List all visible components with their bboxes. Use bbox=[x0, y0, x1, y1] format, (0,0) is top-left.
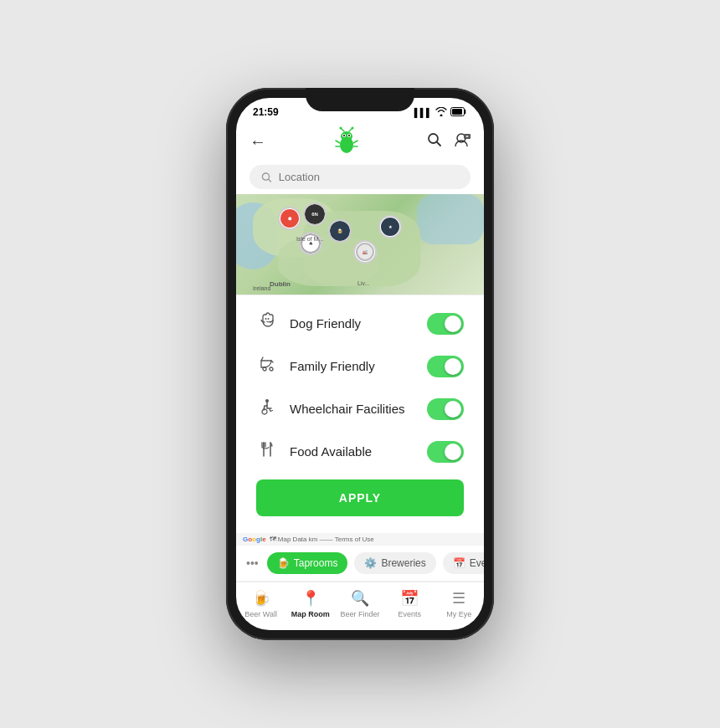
svg-point-3 bbox=[341, 131, 352, 141]
svg-point-11 bbox=[352, 127, 354, 130]
taprooms-label: Taprooms bbox=[294, 557, 338, 569]
svg-point-7 bbox=[348, 135, 350, 136]
search-icon[interactable] bbox=[427, 132, 442, 151]
tab-chips-bar: ••• 🍺 Taprooms ⚙️ Breweries 📅 Events bbox=[236, 546, 484, 582]
map-marker[interactable]: 🍺 bbox=[328, 219, 352, 243]
dog-friendly-icon bbox=[256, 312, 278, 335]
my-eye-label: My Eye bbox=[446, 610, 471, 618]
chip-taprooms[interactable]: 🍺 Taprooms bbox=[267, 552, 348, 574]
app-logo bbox=[330, 125, 363, 158]
map-room-label: Map Room bbox=[291, 610, 330, 618]
notch bbox=[306, 88, 414, 111]
events-chip-label: Events bbox=[470, 557, 484, 569]
search-bar-icon bbox=[261, 172, 272, 183]
dog-friendly-label: Dog Friendly bbox=[290, 316, 415, 331]
phone-frame: 21:59 ▌▌▌ bbox=[226, 88, 494, 640]
attribution-text: 🗺 Map Data km —— Terms of Use bbox=[270, 536, 374, 543]
family-friendly-label: Family Friendly bbox=[290, 359, 415, 373]
svg-line-17 bbox=[437, 142, 440, 146]
taprooms-icon: 🍺 bbox=[277, 557, 290, 569]
filter-food: Food Available bbox=[236, 430, 484, 473]
food-toggle[interactable] bbox=[427, 441, 464, 463]
svg-line-23 bbox=[269, 179, 271, 182]
map-view: 6N ⬢ 🍺 ☘ 🏭 bbox=[236, 194, 484, 295]
svg-point-29 bbox=[262, 409, 267, 414]
family-friendly-toggle[interactable] bbox=[427, 356, 464, 377]
header-action-icons bbox=[427, 132, 471, 151]
nav-my-eye[interactable]: ☰ My Eye bbox=[438, 589, 480, 618]
food-icon bbox=[256, 440, 278, 463]
chip-breweries[interactable]: ⚙️ Breweries bbox=[354, 552, 435, 574]
beer-wall-icon: 🍺 bbox=[252, 589, 270, 608]
more-options-button[interactable]: ••• bbox=[244, 555, 260, 572]
map-marker[interactable]: ⬢ bbox=[278, 207, 301, 230]
apply-button[interactable]: APPLY bbox=[256, 479, 464, 516]
events-icon: 📅 bbox=[400, 589, 419, 608]
phone-screen: 21:59 ▌▌▌ bbox=[236, 98, 484, 630]
map-room-icon: 📍 bbox=[301, 589, 320, 608]
breweries-label: Breweries bbox=[381, 557, 425, 569]
signal-icon: ▌▌▌ bbox=[414, 108, 432, 117]
family-friendly-icon bbox=[256, 355, 278, 377]
bottom-nav: 🍺 Beer Wall 📍 Map Room 🔍 Beer Finder 📅 E… bbox=[236, 582, 484, 630]
map-attribution: Google 🗺 Map Data km —— Terms of Use bbox=[236, 533, 484, 546]
filter-dog-friendly: Dog Friendly bbox=[236, 302, 484, 345]
back-button[interactable]: ← bbox=[249, 132, 266, 151]
map-label-liv: Liv... bbox=[357, 280, 369, 286]
nav-beer-wall[interactable]: 🍺 Beer Wall bbox=[240, 589, 282, 618]
my-eye-icon: ☰ bbox=[452, 589, 465, 608]
svg-rect-1 bbox=[452, 109, 462, 115]
svg-point-25 bbox=[268, 318, 270, 320]
map-label-ireland: Ireland bbox=[253, 285, 270, 291]
svg-point-9 bbox=[340, 127, 342, 130]
svg-point-27 bbox=[270, 367, 273, 371]
map-marker[interactable]: 6N bbox=[303, 203, 327, 226]
wheelchair-label: Wheelchair Facilities bbox=[290, 402, 415, 416]
nav-map-room[interactable]: 📍 Map Room bbox=[290, 589, 332, 618]
avatar-icon[interactable] bbox=[452, 132, 471, 151]
wifi-icon bbox=[435, 107, 447, 118]
battery-icon bbox=[450, 107, 467, 118]
nav-beer-finder[interactable]: 🔍 Beer Finder bbox=[339, 589, 381, 618]
filter-family-friendly: Family Friendly bbox=[236, 345, 484, 387]
beer-wall-label: Beer Wall bbox=[244, 610, 277, 618]
location-input[interactable] bbox=[279, 171, 459, 183]
status-icons: ▌▌▌ bbox=[414, 107, 467, 118]
dog-friendly-toggle[interactable] bbox=[427, 313, 464, 335]
map-marker[interactable]: ★ bbox=[378, 215, 402, 238]
location-search[interactable] bbox=[249, 165, 471, 189]
nav-events[interactable]: 📅 Events bbox=[388, 589, 430, 618]
svg-point-16 bbox=[429, 134, 438, 143]
status-time: 21:59 bbox=[253, 106, 279, 118]
beer-finder-icon: 🔍 bbox=[351, 589, 369, 608]
wheelchair-toggle[interactable] bbox=[427, 398, 464, 420]
svg-line-14 bbox=[353, 141, 357, 143]
google-logo: Google bbox=[243, 536, 266, 543]
events-chip-icon: 📅 bbox=[453, 557, 465, 569]
breweries-icon: ⚙️ bbox=[364, 557, 377, 569]
svg-line-12 bbox=[336, 141, 340, 143]
map-label-dublin: Dublin bbox=[270, 280, 291, 288]
filter-wheelchair: Wheelchair Facilities bbox=[236, 387, 484, 430]
chip-events[interactable]: 📅 Events bbox=[443, 552, 484, 574]
map-marker[interactable]: 🏭 bbox=[353, 240, 377, 264]
app-header: ← bbox=[236, 121, 484, 165]
svg-point-6 bbox=[343, 135, 345, 136]
food-label: Food Available bbox=[290, 444, 415, 459]
beer-finder-label: Beer Finder bbox=[340, 610, 379, 618]
map-label-isle: Isle of M... bbox=[296, 236, 323, 242]
svg-point-24 bbox=[265, 318, 267, 320]
wheelchair-icon bbox=[256, 397, 278, 420]
filter-panel: Dog Friendly Family Friendly bbox=[236, 295, 484, 533]
events-label: Events bbox=[398, 610, 421, 618]
